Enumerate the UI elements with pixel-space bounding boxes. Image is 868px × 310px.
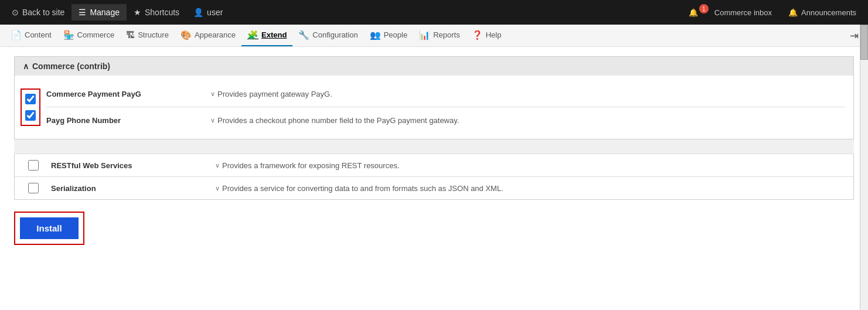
nav-item-appearance[interactable]: 🎨 Appearance — [175, 25, 241, 46]
menu-icon: ☰ — [79, 8, 86, 17]
module-name-commerce-payg: Commerce Payment PayG — [46, 90, 210, 98]
serialization-checkbox[interactable] — [28, 183, 39, 193]
commerce-inbox-button[interactable]: 🔔 1 Commerce inbox — [682, 4, 779, 21]
module-name-restful: RESTful Web Services — [51, 161, 215, 170]
configuration-icon: 🔧 — [298, 30, 309, 40]
scrollbar-thumb[interactable] — [860, 25, 868, 60]
commerce-group: ∧ Commerce (contrib) Commerce Payment Pa… — [14, 56, 854, 139]
module-name-serialization: Serialization — [51, 184, 215, 193]
star-icon: ★ — [134, 8, 141, 17]
module-desc-serialization: ∨ Provides a service for converting data… — [215, 184, 503, 193]
admin-bar-right: 🔔 1 Commerce inbox 🔔 Announcements — [682, 4, 863, 21]
table-row: RESTful Web Services ∨ Provides a framew… — [15, 154, 853, 176]
nav-item-help[interactable]: ❓ Help — [466, 25, 508, 46]
chevron-down-icon: ∨ — [215, 185, 220, 192]
install-area: Install — [14, 212, 854, 245]
commerce-modules-list: Commerce Payment PayG ∨ Provides payment… — [15, 76, 853, 139]
help-icon: ❓ — [472, 30, 483, 40]
other-modules-group: RESTful Web Services ∨ Provides a framew… — [14, 154, 854, 200]
people-icon: 👥 — [370, 30, 381, 40]
install-button[interactable]: Install — [20, 217, 79, 239]
module-name-payg-phone: Payg Phone Number — [46, 116, 210, 125]
nav-item-commerce[interactable]: 🏪 Commerce — [57, 25, 121, 46]
nav-item-configuration[interactable]: 🔧 Configuration — [292, 25, 363, 46]
extend-icon: 🧩 — [247, 30, 258, 40]
main-content: ∧ Commerce (contrib) Commerce Payment Pa… — [0, 47, 868, 254]
admin-bar-left: ⊙ Back to site ☰ Manage ★ Shortcuts 👤 us… — [5, 4, 682, 21]
commerce-inbox-badge: 1 — [699, 4, 709, 13]
user-icon: 👤 — [193, 8, 203, 17]
serialization-checkbox-wrapper — [23, 183, 44, 193]
content-icon: 📄 — [11, 30, 22, 40]
nav-item-extend[interactable]: 🧩 Extend — [241, 25, 292, 46]
nav-item-content[interactable]: 📄 Content — [5, 25, 57, 46]
chevron-down-icon: ∨ — [210, 90, 215, 98]
admin-bar: ⊙ Back to site ☰ Manage ★ Shortcuts 👤 us… — [0, 0, 868, 25]
manage-button[interactable]: ☰ Manage — [72, 4, 127, 21]
group-separator — [14, 139, 854, 154]
announcement-icon: 🔔 — [788, 8, 798, 17]
user-button[interactable]: 👤 user — [186, 4, 230, 21]
chevron-down-icon: ∨ — [210, 117, 215, 124]
chevron-down-icon: ∨ — [215, 162, 220, 169]
commerce-group-header: ∧ Commerce (contrib) — [15, 57, 853, 76]
module-desc-commerce-payg: ∨ Provides payment gateway PayG. — [210, 90, 332, 98]
announcements-button[interactable]: 🔔 Announcements — [781, 5, 863, 21]
restful-checkbox-wrapper — [23, 160, 44, 171]
back-to-site-button[interactable]: ⊙ Back to site — [5, 4, 72, 21]
nav-item-reports[interactable]: 📊 Reports — [413, 25, 466, 46]
secondary-nav: 📄 Content 🏪 Commerce 🏗 Structure 🎨 Appea… — [0, 25, 868, 47]
commerce-payment-payg-checkbox[interactable] — [25, 94, 36, 104]
home-icon: ⊙ — [12, 8, 19, 17]
structure-icon: 🏗 — [126, 30, 135, 40]
restful-web-services-checkbox[interactable] — [28, 160, 39, 171]
table-row: Commerce Payment PayG ∨ Provides payment… — [15, 76, 853, 139]
scrollbar[interactable] — [860, 25, 868, 254]
commerce-icon: 🏪 — [63, 30, 74, 40]
module-desc-payg-phone: ∨ Provides a checkout phone number field… — [210, 116, 459, 125]
shortcuts-button[interactable]: ★ Shortcuts — [127, 4, 186, 21]
collapse-icon: ∧ — [23, 62, 29, 71]
nav-item-people[interactable]: 👥 People — [364, 25, 413, 46]
module-desc-restful: ∨ Provides a framework for exposing REST… — [215, 161, 400, 170]
nav-item-structure[interactable]: 🏗 Structure — [120, 25, 175, 46]
table-row: Serialization ∨ Provides a service for c… — [15, 176, 853, 199]
appearance-icon: 🎨 — [181, 30, 192, 40]
bell-icon: 🔔 — [689, 8, 698, 17]
payg-phone-number-checkbox[interactable] — [25, 110, 36, 121]
reports-icon: 📊 — [419, 30, 430, 40]
